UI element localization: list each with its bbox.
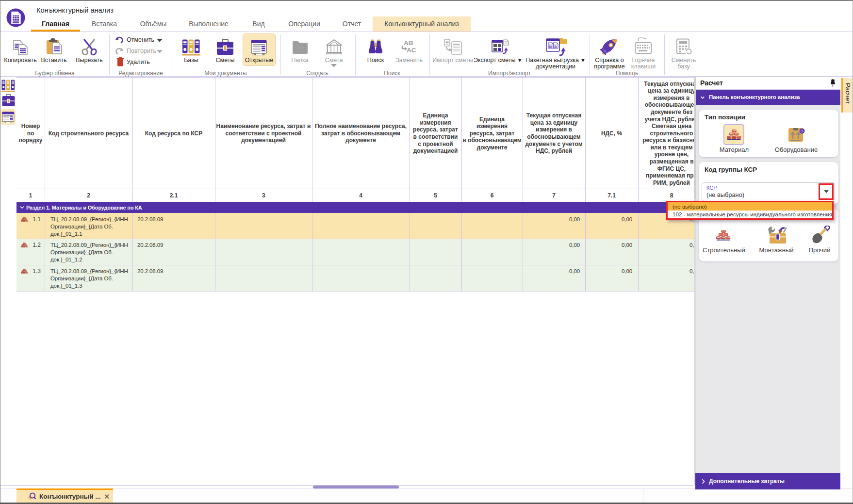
svg-text:AC: AC	[407, 47, 416, 54]
svg-text:AB: AB	[404, 39, 413, 47]
